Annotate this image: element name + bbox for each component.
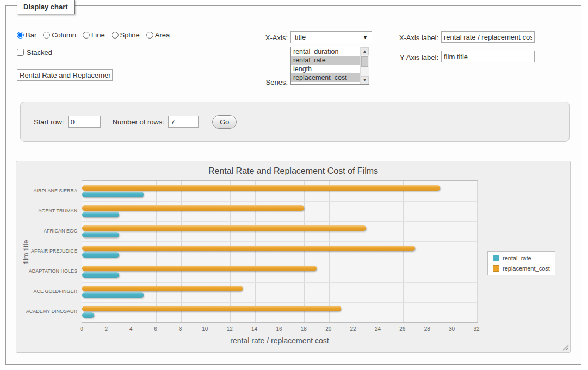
category-label: ADAPTATION HOLES: [16, 268, 77, 274]
x-axis-label-label: X-Axis label:: [348, 34, 438, 42]
gridline: [329, 181, 330, 322]
legend-swatch: [493, 265, 499, 272]
chart-title-input[interactable]: [17, 69, 113, 81]
x-tick-label: 24: [375, 326, 381, 332]
chart-type-option-bar[interactable]: Bar: [17, 31, 36, 39]
go-button[interactable]: Go: [212, 115, 237, 129]
stacked-option[interactable]: Stacked: [17, 48, 52, 57]
gridline: [304, 181, 305, 322]
chart-type-radio-line[interactable]: [83, 32, 90, 39]
series-listbox[interactable]: rental_durationrental_ratelengthreplacem…: [290, 47, 369, 85]
resize-handle-icon[interactable]: [562, 344, 569, 351]
x-tick-label: 12: [227, 326, 233, 332]
chart-type-label: Column: [52, 31, 76, 39]
category-labels: AIRPLANE SIERRAAGENT TRUMANAFRICAN EGGAF…: [16, 180, 77, 323]
gridline: [403, 181, 404, 322]
x-tick-label: 20: [325, 326, 331, 332]
bar-rental_rate: [82, 192, 144, 197]
x-tick-label: 26: [399, 326, 405, 332]
chart-type-option-spline[interactable]: Spline: [112, 31, 140, 39]
legend-item: rental_rate: [493, 255, 550, 261]
x-axis-selected-value: title: [295, 33, 306, 41]
row-range-box: Start row: Number of rows: Go: [20, 102, 570, 142]
chart-type-option-area[interactable]: Area: [146, 31, 170, 39]
category-row-separator: [82, 241, 477, 242]
bar-replacement_cost: [82, 185, 440, 191]
category-row-separator: [82, 201, 477, 202]
chart-type-label: Area: [155, 31, 170, 39]
x-tick-label: 10: [202, 326, 208, 332]
category-row-separator: [82, 282, 477, 283]
plot-area: [82, 180, 478, 323]
chart-legend: rental_ratereplacement_cost: [487, 251, 555, 275]
x-tick-label: 32: [473, 326, 479, 332]
number-of-rows-input[interactable]: [168, 116, 199, 128]
gridline: [230, 181, 231, 322]
gridline: [280, 181, 280, 322]
x-axis-select-label: X-Axis:: [234, 34, 288, 42]
chart-type-radio-area[interactable]: [146, 32, 153, 39]
legend-label: replacement_cost: [503, 265, 550, 272]
gridline: [156, 181, 157, 322]
category-row-separator: [82, 221, 477, 222]
panel-title: Display chart: [17, 0, 75, 14]
x-tick-label: 18: [301, 326, 307, 332]
start-row-input[interactable]: [68, 116, 101, 128]
scroll-down-icon[interactable]: ▼: [361, 76, 369, 84]
chart-type-label: Spline: [120, 31, 140, 39]
bar-rental_rate: [82, 272, 119, 278]
bar-replacement_cost: [82, 286, 243, 291]
chart-type-option-column[interactable]: Column: [43, 31, 76, 39]
bar-rental_rate: [82, 292, 144, 298]
y-axis-label-input[interactable]: [441, 51, 535, 62]
bar-rental_rate: [82, 252, 119, 258]
stacked-checkbox[interactable]: [17, 49, 24, 56]
gridline: [453, 181, 453, 322]
chart-title: Rental Rate and Replacement Cost of Film…: [16, 166, 570, 176]
x-tick-label: 28: [424, 326, 430, 332]
bar-replacement_cost: [82, 306, 341, 311]
gridline: [255, 181, 256, 322]
x-axis-label-input[interactable]: [441, 31, 535, 43]
series-option-length[interactable]: length: [291, 65, 360, 73]
chart-type-radio-spline[interactable]: [112, 32, 119, 39]
x-axis-title: rental rate / replacement cost: [82, 336, 478, 345]
chart-type-option-line[interactable]: Line: [83, 31, 105, 39]
bar-rental_rate: [82, 232, 119, 237]
bar-replacement_cost: [82, 266, 317, 271]
stacked-label: Stacked: [27, 48, 52, 57]
gridline: [477, 181, 478, 322]
number-of-rows-label: Number of rows:: [113, 118, 164, 126]
category-label: AGENT TRUMAN: [16, 208, 77, 214]
category-label: ACADEMY DINOSAUR: [16, 309, 77, 314]
chart-container: Rental Rate and Replacement Cost of Film…: [16, 161, 571, 353]
category-label: AFRICAN EGG: [16, 228, 77, 234]
bar-replacement_cost: [82, 246, 415, 251]
legend-item: replacement_cost: [493, 265, 550, 272]
gridline: [132, 181, 132, 322]
bar-replacement_cost: [82, 225, 366, 231]
bar-rental_rate: [82, 212, 119, 217]
gridline: [379, 181, 379, 322]
category-label: ACE GOLDFINGER: [16, 289, 77, 294]
x-tick-label: 0: [80, 326, 83, 332]
legend-label: rental_rate: [503, 255, 531, 261]
x-tick-label: 6: [154, 326, 157, 332]
legend-swatch: [493, 255, 499, 261]
gridline: [181, 181, 182, 322]
chart-type-label: Bar: [26, 31, 36, 39]
x-tick-label: 22: [350, 326, 356, 332]
gridline: [107, 181, 107, 322]
chart-type-radio-column[interactable]: [43, 32, 50, 39]
series-option-replacement_cost[interactable]: replacement_cost: [291, 73, 360, 82]
chart-type-label: Line: [91, 31, 105, 39]
category-row-separator: [82, 302, 477, 303]
x-tick-label: 16: [276, 326, 282, 332]
bar-replacement_cost: [82, 205, 304, 211]
x-tick-labels: 02468101214161820222426283032: [82, 326, 478, 333]
x-tick-label: 30: [449, 326, 455, 332]
x-tick-label: 2: [105, 326, 108, 332]
x-tick-label: 14: [251, 326, 257, 332]
category-label: AIRPLANE SIERRA: [16, 188, 77, 193]
chart-type-radio-bar[interactable]: [17, 32, 24, 39]
